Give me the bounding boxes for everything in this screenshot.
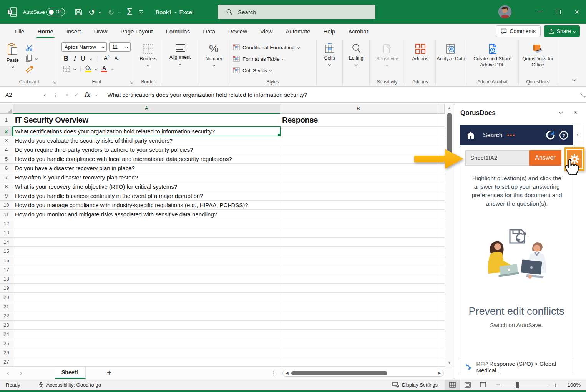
cell-column-a[interactable]: Do you have a disaster recovery plan in … <box>13 164 280 173</box>
row-header[interactable]: 25 <box>0 339 13 348</box>
cell-column-b[interactable] <box>280 256 437 265</box>
paste-button[interactable]: Paste <box>0 40 25 77</box>
cell-column-b[interactable] <box>280 228 437 238</box>
cell-column-a[interactable] <box>13 357 280 367</box>
cell-column-c[interactable] <box>437 201 445 210</box>
row-header[interactable]: 3 <box>0 136 13 145</box>
cell-column-c[interactable] <box>437 330 445 339</box>
cell-column-a[interactable]: How do you manage compliance with indust… <box>13 201 280 210</box>
clipboard-dialog-launcher[interactable]: ↘ <box>53 80 56 85</box>
row-header[interactable]: 21 <box>0 302 13 311</box>
home-icon[interactable] <box>466 131 475 140</box>
scroll-up-icon[interactable]: ▲ <box>445 106 454 110</box>
cell-column-a[interactable] <box>13 330 280 339</box>
cell-column-b[interactable] <box>280 274 437 284</box>
expand-formula-bar-icon[interactable] <box>580 92 586 97</box>
cell-column-b[interactable] <box>280 191 437 201</box>
cell-column-c[interactable] <box>437 293 445 302</box>
cell-column-b[interactable] <box>280 293 437 302</box>
cell-column-b[interactable] <box>280 154 437 164</box>
display-settings-button[interactable]: Display Settings <box>385 382 445 388</box>
cut-icon[interactable] <box>25 45 33 51</box>
cell-column-c[interactable] <box>437 228 445 238</box>
sheet-tab[interactable]: Sheet1 <box>55 367 86 379</box>
row-header[interactable]: 2 <box>0 127 13 136</box>
ribbon-tab[interactable]: Draw <box>87 24 114 38</box>
cell-column-c[interactable] <box>437 136 445 145</box>
font-name-select[interactable]: Aptos Narrow <box>61 42 107 52</box>
border-style-icon[interactable] <box>63 65 70 72</box>
cell-column-b[interactable] <box>280 321 437 330</box>
font-dialog-launcher[interactable]: ↘ <box>130 80 133 85</box>
panel-expand-strip[interactable] <box>573 125 583 145</box>
create-share-pdf-button[interactable]: Create and Share Adobe PDF <box>466 40 518 77</box>
cell-column-b[interactable] <box>280 284 437 293</box>
sheet-options-icon[interactable]: ⋮ <box>271 370 277 377</box>
styles-menu-item[interactable]: Format as Table <box>229 53 316 65</box>
cell-column-c[interactable] <box>437 182 445 191</box>
more-options-dots-icon[interactable]: ••• <box>507 132 516 138</box>
vertical-scrollbar[interactable]: ▲ ▼ <box>445 104 454 367</box>
excel-app-icon[interactable]: X <box>7 0 18 24</box>
search-box[interactable]: Search <box>218 5 375 19</box>
cell-column-a[interactable] <box>13 321 280 330</box>
ribbon-tab[interactable]: File <box>8 24 31 38</box>
row-header[interactable]: 22 <box>0 311 13 321</box>
ribbon-tab[interactable]: Data <box>196 24 222 38</box>
editing-button[interactable]: Editing <box>343 40 369 77</box>
horizontal-scrollbar[interactable]: ◀ ▶ <box>282 370 444 377</box>
row-header[interactable]: 1 <box>0 114 13 127</box>
share-button[interactable]: Share <box>544 25 580 37</box>
format-painter-icon[interactable] <box>25 65 34 73</box>
cell-column-b[interactable] <box>280 136 437 145</box>
minimize-button[interactable] <box>531 0 549 24</box>
row-header[interactable]: 8 <box>0 182 13 191</box>
cell-column-b[interactable] <box>280 339 437 348</box>
cell-reference-input[interactable]: Sheet1!A2 <box>465 150 529 166</box>
user-avatar[interactable] <box>498 5 511 18</box>
decrease-font-button[interactable]: Aˇ <box>115 55 119 62</box>
insert-function-icon[interactable]: fx <box>84 91 90 98</box>
row-header[interactable]: 7 <box>0 173 13 182</box>
cell-column-b[interactable] <box>280 201 437 210</box>
cell-column-a[interactable] <box>13 219 280 228</box>
panel-search-tab[interactable]: Search <box>483 132 503 139</box>
row-header[interactable]: 18 <box>0 274 13 284</box>
cell-column-a[interactable] <box>13 265 280 274</box>
undo-button[interactable]: ↺ <box>88 0 95 24</box>
scroll-right-icon[interactable]: ▶ <box>438 371 441 375</box>
row-header[interactable]: 26 <box>0 348 13 357</box>
alignment-button[interactable]: Alignment <box>161 40 199 77</box>
normal-view-button[interactable] <box>445 380 460 390</box>
cell-column-c[interactable] <box>437 311 445 321</box>
styles-menu-item[interactable]: Cell Styles <box>229 65 316 76</box>
cell-column-b[interactable] <box>280 219 437 228</box>
cell-column-c[interactable] <box>437 321 445 330</box>
cell-column-b[interactable] <box>280 182 437 191</box>
cell-column-c[interactable] <box>437 219 445 228</box>
row-header[interactable]: 27 <box>0 357 13 367</box>
copy-dropdown[interactable] <box>35 57 38 60</box>
accessibility-status[interactable]: Accessibility: Good to go <box>38 382 101 388</box>
ribbon-tab[interactable]: Insert <box>60 24 88 38</box>
zoom-slider[interactable] <box>504 385 550 385</box>
underline-button[interactable]: U <box>81 55 85 62</box>
add-sheet-button[interactable]: + <box>107 369 111 377</box>
cell-column-a[interactable] <box>13 247 280 256</box>
copy-icon[interactable] <box>25 55 32 62</box>
autosave-toggle[interactable]: Off <box>46 0 65 24</box>
cell-column-c[interactable] <box>437 284 445 293</box>
cell-column-b[interactable] <box>280 238 437 247</box>
cell-column-c[interactable] <box>437 265 445 274</box>
cell[interactable] <box>437 114 445 127</box>
cell-column-c[interactable] <box>437 302 445 311</box>
help-icon[interactable]: ? <box>559 131 568 140</box>
row-header[interactable]: 10 <box>0 201 13 210</box>
cell-column-c[interactable] <box>437 210 445 219</box>
border-dropdown[interactable] <box>73 67 76 70</box>
scroll-left-icon[interactable]: ◀ <box>286 371 289 375</box>
row-header[interactable]: 17 <box>0 265 13 274</box>
borders-button[interactable]: Borders <box>135 40 161 77</box>
cell-column-a[interactable]: How often is your disaster recovery plan… <box>13 173 280 182</box>
cell-column-b[interactable] <box>280 311 437 321</box>
